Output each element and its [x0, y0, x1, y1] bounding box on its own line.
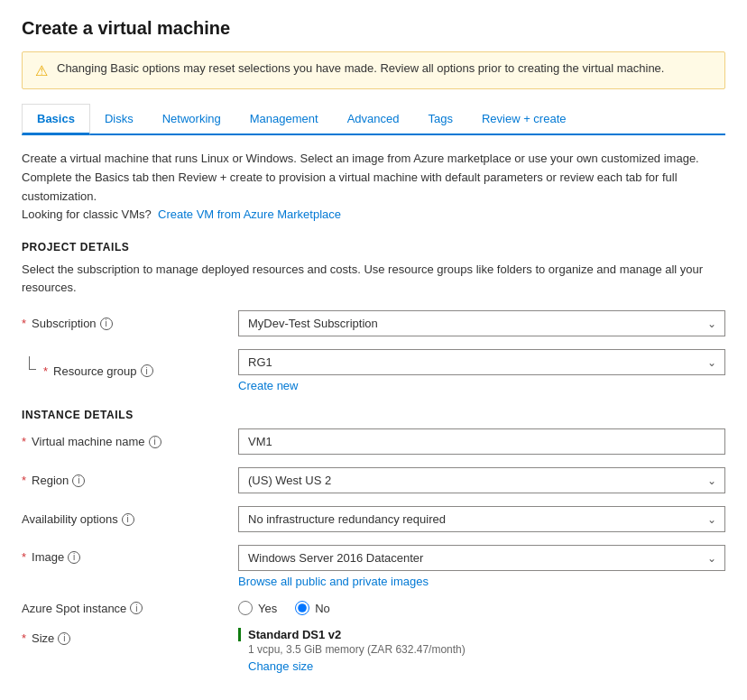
instance-details-title: INSTANCE DETAILS [22, 409, 725, 421]
resource-group-label: Resource group [53, 364, 137, 378]
subscription-select-wrapper: MyDev-Test Subscription ⌄ [238, 310, 725, 336]
resource-group-required: * [43, 364, 48, 378]
availability-label-col: Availability options i [22, 512, 238, 526]
project-details-desc: Select the subscription to manage deploy… [22, 261, 725, 296]
classic-vms-link[interactable]: Create VM from Azure Marketplace [158, 207, 341, 221]
availability-select-wrapper: No infrastructure redundancy required ⌄ [238, 506, 725, 532]
subscription-select[interactable]: MyDev-Test Subscription [238, 310, 725, 336]
vm-name-label: Virtual machine name [32, 435, 145, 448]
resource-group-row: * Resource group i RG1 ⌄ Create new [43, 349, 725, 392]
image-row: * Image i Windows Server 2016 Datacenter… [22, 545, 725, 588]
size-info-icon[interactable]: i [58, 632, 70, 645]
warning-icon: ⚠ [35, 62, 48, 79]
tab-disks[interactable]: Disks [90, 104, 148, 134]
image-select-wrapper: Windows Server 2016 Datacenter ⌄ [238, 545, 725, 571]
spot-instance-yes-label: Yes [258, 602, 277, 615]
resource-group-select-wrapper: RG1 ⌄ [238, 349, 725, 375]
rg-line-h [29, 369, 36, 370]
page-description: Create a virtual machine that runs Linux… [22, 150, 725, 225]
image-required: * [22, 550, 26, 564]
size-label: Size [32, 631, 54, 645]
spot-instance-label-col: Azure Spot instance i [22, 602, 238, 615]
subscription-row: * Subscription i MyDev-Test Subscription… [22, 310, 725, 336]
resource-group-info-icon[interactable]: i [141, 364, 153, 377]
availability-label: Availability options [22, 512, 118, 526]
size-label-col: * Size i [22, 628, 238, 645]
tab-bar: Basics Disks Networking Management Advan… [22, 104, 725, 135]
vm-name-value-col [238, 428, 725, 455]
project-details-title: PROJECT DETAILS [22, 241, 725, 253]
image-label-col: * Image i [22, 545, 238, 564]
image-value-col: Windows Server 2016 Datacenter ⌄ Browse … [238, 545, 725, 588]
size-row: * Size i Standard DS1 v2 1 vcpu, 3.5 GiB… [22, 628, 725, 673]
tab-review-create[interactable]: Review + create [467, 104, 581, 134]
image-label: Image [32, 550, 64, 564]
change-size-link[interactable]: Change size [238, 659, 725, 673]
spot-instance-row: Azure Spot instance i Yes No [22, 601, 725, 615]
browse-images-link[interactable]: Browse all public and private images [238, 575, 725, 588]
tab-networking[interactable]: Networking [148, 104, 235, 134]
spot-instance-value-col: Yes No [238, 601, 725, 615]
tab-management[interactable]: Management [235, 104, 333, 134]
size-detail: 1 vcpu, 3.5 GiB memory (ZAR 632.47/month… [238, 643, 725, 656]
vm-name-row: * Virtual machine name i [22, 428, 725, 455]
vm-name-info-icon[interactable]: i [149, 436, 161, 448]
resource-group-label-col: * Resource group i [43, 364, 238, 378]
tab-basics[interactable]: Basics [22, 104, 90, 135]
description-line2: Complete the Basics tab then Review + cr… [22, 170, 678, 203]
warning-text: Changing Basic options may reset selecti… [57, 61, 664, 75]
availability-value-col: No infrastructure redundancy required ⌄ [238, 506, 725, 532]
vm-name-required: * [22, 435, 26, 448]
resource-group-select[interactable]: RG1 [238, 349, 725, 375]
region-info-icon[interactable]: i [72, 474, 85, 487]
tab-tags[interactable]: Tags [413, 104, 466, 134]
rg-indent [22, 349, 43, 370]
size-name: Standard DS1 v2 [238, 628, 725, 641]
spot-instance-no-radio[interactable] [295, 601, 309, 615]
size-required: * [22, 631, 26, 645]
vm-name-input[interactable] [238, 428, 725, 455]
region-select-wrapper: (US) West US 2 ⌄ [238, 467, 725, 493]
availability-info-icon[interactable]: i [122, 513, 134, 526]
warning-banner: ⚠ Changing Basic options may reset selec… [22, 51, 725, 89]
subscription-label-col: * Subscription i [22, 317, 238, 330]
availability-row: Availability options i No infrastructure… [22, 506, 725, 532]
region-label-col: * Region i [22, 474, 238, 487]
spot-instance-yes-option[interactable]: Yes [238, 601, 277, 615]
vm-name-label-col: * Virtual machine name i [22, 435, 238, 448]
resource-group-row-wrapper: * Resource group i RG1 ⌄ Create new [22, 349, 725, 392]
rg-line-v [29, 356, 30, 369]
subscription-required: * [22, 317, 26, 330]
image-select[interactable]: Windows Server 2016 Datacenter [238, 545, 725, 571]
subscription-value: MyDev-Test Subscription ⌄ [238, 310, 725, 336]
subscription-label: Subscription [32, 317, 97, 330]
region-row: * Region i (US) West US 2 ⌄ [22, 467, 725, 493]
spot-instance-yes-radio[interactable] [238, 601, 253, 615]
page-title: Create a virtual machine [22, 18, 725, 39]
size-info-block: Standard DS1 v2 1 vcpu, 3.5 GiB memory (… [238, 628, 725, 673]
spot-instance-label: Azure Spot instance [22, 602, 126, 615]
size-value-col: Standard DS1 v2 1 vcpu, 3.5 GiB memory (… [238, 628, 725, 673]
subscription-info-icon[interactable]: i [100, 318, 113, 330]
create-new-resource-group-link[interactable]: Create new [238, 379, 725, 392]
description-line1: Create a virtual machine that runs Linux… [22, 152, 699, 165]
region-label: Region [32, 474, 69, 487]
region-value-col: (US) West US 2 ⌄ [238, 467, 725, 493]
resource-group-value-col: RG1 ⌄ Create new [238, 349, 725, 392]
tab-advanced[interactable]: Advanced [333, 104, 414, 134]
classic-vms-label: Looking for classic VMs? [22, 207, 152, 221]
spot-instance-no-option[interactable]: No [295, 601, 330, 615]
availability-select[interactable]: No infrastructure redundancy required [238, 506, 725, 532]
region-select[interactable]: (US) West US 2 [238, 467, 725, 493]
region-required: * [22, 474, 26, 487]
spot-instance-no-label: No [315, 602, 330, 615]
spot-instance-info-icon[interactable]: i [130, 602, 143, 614]
spot-instance-radio-group: Yes No [238, 601, 725, 615]
image-info-icon[interactable]: i [68, 551, 80, 564]
